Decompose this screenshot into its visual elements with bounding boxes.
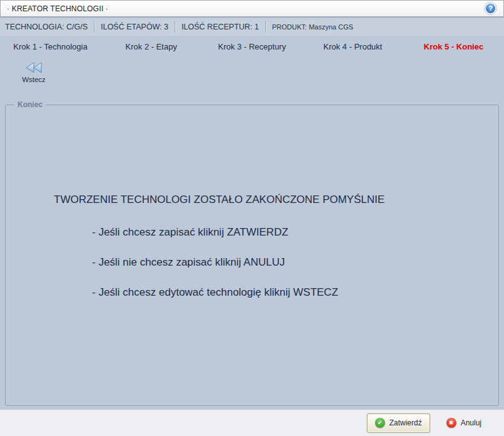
- confirm-check-icon: ✔: [375, 418, 385, 428]
- koniec-groupbox: Koniec TWORZENIE TECHNOLOGI ZOSTAŁO ZAKO…: [5, 105, 499, 406]
- wizard-step-tabs: Krok 1 - Technologia Krok 2 - Etapy Krok…: [0, 36, 504, 57]
- info-ilosc-receptur: ILOŚĆ RECEPTUR: 1: [175, 23, 265, 31]
- zatwierdz-label: Zatwierdź: [389, 418, 422, 427]
- wstecz-label: Wstecz: [22, 76, 46, 83]
- anuluj-button[interactable]: ✖ Anuluj: [444, 413, 484, 433]
- info-ilosc-etapow: ILOŚĆ ETAPÓW: 3: [95, 23, 175, 31]
- title-bar: · KREATOR TECHNOLOGII · ?: [0, 0, 504, 17]
- kreator-technologii-window: · KREATOR TECHNOLOGII · ? TECHNOLOGIA: C…: [0, 0, 504, 436]
- anuluj-label: Anuluj: [461, 418, 481, 427]
- instruction-zatwierdz: - Jeśli chcesz zapisać kliknij ZATWIERDZ: [92, 226, 288, 239]
- double-arrow-left-icon: [24, 61, 44, 74]
- instruction-anuluj: - Jeśli nie chcesz zapisać kliknij ANULU…: [92, 256, 285, 269]
- help-button[interactable]: ?: [484, 2, 497, 15]
- footer-bar: ✔ Zatwierdź ✖ Anuluj: [0, 410, 504, 436]
- info-technologia: TECHNOLOGIA: C/G/S: [0, 23, 94, 31]
- help-icon: ?: [486, 4, 495, 13]
- info-bar: TECHNOLOGIA: C/G/S ILOŚĆ ETAPÓW: 3 ILOŚĆ…: [0, 18, 504, 36]
- cancel-x-icon: ✖: [446, 418, 456, 428]
- zatwierdz-button[interactable]: ✔ Zatwierdź: [367, 413, 430, 433]
- info-produkt: PRODUKT: Maszyna CGS: [266, 23, 360, 31]
- tab-krok-2-etapy[interactable]: Krok 2 - Etapy: [101, 36, 202, 57]
- instruction-wstecz: - Jeśli chcesz edytować technologię klik…: [92, 286, 338, 299]
- tab-krok-4-produkt[interactable]: Krok 4 - Produkt: [302, 36, 403, 57]
- tab-krok-1-technologia[interactable]: Krok 1 - Technologia: [0, 36, 101, 57]
- tab-krok-5-koniec[interactable]: Krok 5 - Koniec: [403, 36, 504, 57]
- window-title: · KREATOR TECHNOLOGII ·: [7, 4, 108, 13]
- groupbox-legend: Koniec: [14, 100, 46, 109]
- tab-krok-3-receptury[interactable]: Krok 3 - Receptury: [202, 36, 302, 57]
- wstecz-button[interactable]: Wstecz: [15, 61, 53, 93]
- completion-message: TWORZENIE TECHNOLOGI ZOSTAŁO ZAKOŃCZONE …: [54, 194, 384, 206]
